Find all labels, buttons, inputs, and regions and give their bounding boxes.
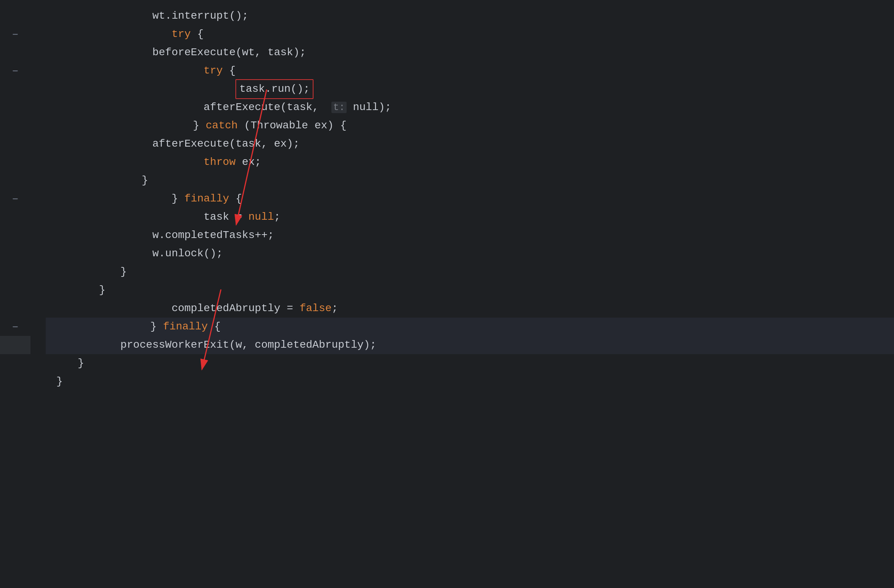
code-line-9: throw ex; [46,153,894,171]
gutter-line19 [0,336,30,354]
code-token: } [56,373,63,390]
code-line-14: w.unlock(); [46,244,894,263]
code-token: processWorkerExit(w, completedAbruptly); [120,337,376,353]
code-token: throw [203,156,235,168]
code-line-2: try { [46,25,894,43]
code-token: w.unlock(); [152,245,223,262]
svg-rect-0 [13,34,18,35]
gutter-line6 [10,98,21,117]
code-line-18: } finally { [46,318,894,336]
code-token: } [193,120,206,131]
code-token: null); [347,101,392,113]
gutter-line8 [10,135,21,153]
gutter-line18[interactable] [10,318,21,336]
code-line-19: processWorkerExit(w, completedAbruptly); [46,336,894,354]
code-line-4: try { [46,62,894,80]
code-token: { [208,321,221,332]
code-line-13: w.completedTasks++; [46,226,894,244]
gutter [0,0,30,588]
code-token: ex; [235,156,261,168]
code-token: ; [332,302,338,314]
gutter-line4[interactable] [10,62,21,80]
svg-rect-1 [13,70,18,71]
code-line-15: } [46,263,894,281]
code-token: } [78,355,84,371]
code-token: { [191,28,204,40]
gutter-line13 [10,226,21,244]
gutter-line20 [10,354,21,372]
code-token: w.completedTasks++; [152,227,274,243]
code-line-20: } [46,354,894,372]
code-token: catch [206,120,238,131]
code-token: (Throwable ex) { [238,120,347,131]
gutter-line2[interactable] [10,25,21,43]
gutter-line11[interactable] [10,190,21,208]
code-token: false [299,302,331,314]
svg-rect-3 [13,326,18,327]
gutter-line5 [10,80,21,98]
code-line-7: } catch (Throwable ex) { [46,117,894,135]
code-token: null [248,211,274,223]
gutter-line7 [10,117,21,135]
code-token: task = [203,211,248,223]
svg-rect-2 [13,198,18,199]
gutter-line16 [10,281,21,299]
code-token: finally [163,321,208,332]
code-area: wt.interrupt(); try { beforeExecute(wt, … [30,0,894,588]
gutter-line15 [10,263,21,281]
code-token: } [120,264,127,280]
gutter-line14 [10,244,21,263]
code-token: ; [274,211,280,223]
code-token: try [171,28,190,40]
editor: wt.interrupt(); try { beforeExecute(wt, … [0,0,894,588]
code-line-12: task = null; [46,208,894,226]
gutter-line10 [10,171,21,190]
gutter-line12 [10,208,21,226]
code-line-21: } [46,372,894,391]
gutter-line1 [10,7,21,25]
code-token: } [150,321,163,332]
code-token: } [99,282,106,298]
gutter-line21 [10,372,21,391]
gutter-line3 [10,43,21,62]
gutter-line17 [10,299,21,318]
gutter-line9 [10,153,21,171]
